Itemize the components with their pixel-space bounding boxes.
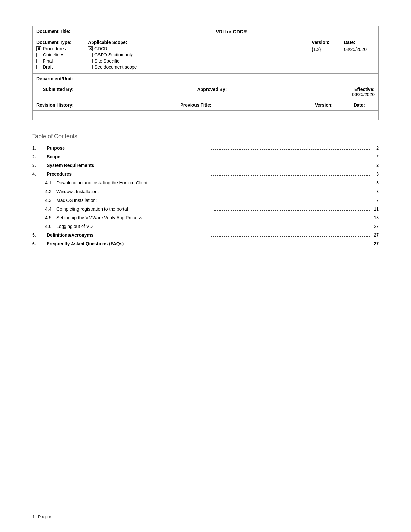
toc-label-1: Purpose <box>47 145 208 151</box>
final-checkbox <box>36 59 41 63</box>
procedures-item: ✖ Procedures <box>36 46 80 51</box>
toc-number-1: 1. <box>32 145 47 151</box>
date-value: 03/25/2020 <box>344 47 375 52</box>
version-col-label: Version: <box>308 100 340 111</box>
effective-cell: Effective: 03/25/2020 <box>340 84 379 100</box>
toc-label-6: Windows Installation: <box>56 189 213 194</box>
document-type-label: Document Type: <box>36 40 72 45</box>
toc-label-11: Definitions/Acronyms <box>47 232 208 238</box>
department-value <box>84 74 379 84</box>
footer-text: 1 | P a g e <box>32 514 51 519</box>
document-title-label: Document Title: <box>33 26 84 37</box>
see-document-item: See document scope <box>88 64 304 70</box>
toc-item-2: 2.Scope2 <box>32 154 379 159</box>
see-document-label: See document scope <box>94 64 137 70</box>
version-value: {1.2} <box>312 47 336 52</box>
toc-number-11: 5. <box>32 232 47 238</box>
toc-item-8: 4.4Completing registration to the portal… <box>32 206 379 212</box>
final-label: Final <box>43 58 53 64</box>
cdcr-checkbox: ✖ <box>88 46 93 51</box>
toc-page-10: 27 <box>372 224 379 229</box>
toc-page-7: 7 <box>372 198 379 203</box>
toc-page-1: 2 <box>372 145 379 151</box>
document-page: Document Title: VDI for CDCR Document Ty… <box>0 0 411 532</box>
draft-item: Draft <box>36 64 80 70</box>
toc-page-11: 27 <box>372 232 379 238</box>
approved-by-label: Approved By: <box>84 84 340 100</box>
revision-empty-4 <box>340 111 379 120</box>
toc-number-10: 4.6 <box>45 224 56 229</box>
revision-empty-3 <box>308 111 340 120</box>
guidelines-label: Guidelines <box>43 52 64 57</box>
revision-empty-2 <box>84 111 308 120</box>
applicable-scope-cell: Applicable Scope: ✖ CDCR CSFO Section on… <box>84 37 308 74</box>
toc-page-3: 2 <box>372 163 379 168</box>
title-row: Document Title: VDI for CDCR <box>33 26 379 37</box>
toc-page-9: 13 <box>372 215 379 220</box>
toc-label-4: Procedures <box>47 172 208 177</box>
previous-title-label: Previous Title: <box>84 100 308 111</box>
page-footer: 1 | P a g e <box>32 512 379 519</box>
toc-dots-3 <box>210 163 371 167</box>
toc-dots-11 <box>210 232 371 237</box>
toc-dots-9 <box>214 215 371 219</box>
toc-number-7: 4.3 <box>45 198 56 203</box>
toc-item-6: 4.2Windows Installation:3 <box>32 189 379 194</box>
guidelines-item: Guidelines <box>36 52 80 57</box>
revision-row: Revision History: Previous Title: Versio… <box>33 100 379 111</box>
department-row: Department/Unit: <box>33 74 379 84</box>
revision-empty-row <box>33 111 379 120</box>
toc-page-8: 11 <box>372 206 379 212</box>
toc-number-8: 4.4 <box>45 206 56 212</box>
toc-item-12: 6.Frequently Asked Questions (FAQs)27 <box>32 241 379 246</box>
site-specific-checkbox <box>88 59 93 63</box>
toc-label-8: Completing registration to the portal <box>56 206 213 212</box>
site-specific-label: Site Specific <box>94 58 119 64</box>
toc-number-6: 4.2 <box>45 189 56 194</box>
revision-history-label: Revision History: <box>33 100 84 111</box>
toc-item-11: 5.Definitions/Acronyms27 <box>32 232 379 238</box>
toc-item-7: 4.3Mac OS Installation:7 <box>32 197 379 203</box>
site-specific-item: Site Specific <box>88 58 304 64</box>
submitted-by-label: Submitted By: <box>33 84 84 100</box>
date-col-label: Date: <box>340 100 379 111</box>
toc-label-5: Downloading and Installing the Horizon C… <box>56 180 213 185</box>
toc-items-container: 1.Purpose22.Scope23.System Requirements2… <box>32 145 379 246</box>
effective-date: 03/25/2020 <box>344 92 375 97</box>
toc-title: Table of Contents <box>32 133 379 140</box>
toc-dots-4 <box>210 171 371 176</box>
effective-label: Effective: <box>344 87 375 92</box>
toc-number-5: 4.1 <box>45 180 56 185</box>
procedures-checkbox: ✖ <box>36 46 41 51</box>
toc-item-9: 4.5Setting up the VMWare Verify App Proc… <box>32 215 379 220</box>
draft-checkbox <box>36 65 41 69</box>
toc-page-5: 3 <box>372 180 379 185</box>
csfo-label: CSFO Section only <box>94 52 133 57</box>
document-type-items: ✖ Procedures Guidelines Final Draft <box>36 46 80 70</box>
toc-number-4: 4. <box>32 172 47 177</box>
toc-item-4: 4.Procedures3 <box>32 171 379 177</box>
version-label: Version: <box>312 40 329 45</box>
toc-dots-6 <box>214 189 371 193</box>
toc-label-7: Mac OS Installation: <box>56 198 213 203</box>
toc-item-5: 4.1Downloading and Installing the Horizo… <box>32 180 379 185</box>
toc-dots-8 <box>214 206 371 211</box>
submitted-approved-row: Submitted By: Approved By: Effective: 03… <box>33 84 379 100</box>
toc-number-2: 2. <box>32 154 47 159</box>
final-item: Final <box>36 58 80 64</box>
toc-label-10: Logging out of VDI <box>56 224 213 229</box>
toc-dots-10 <box>214 223 371 228</box>
procedures-label: Procedures <box>43 46 66 51</box>
toc-label-2: Scope <box>47 154 208 159</box>
csfo-item: CSFO Section only <box>88 52 304 57</box>
department-label: Department/Unit: <box>33 74 84 84</box>
toc-label-3: System Requirements <box>47 163 208 168</box>
toc-dots-12 <box>210 241 371 245</box>
toc-dots-5 <box>214 180 371 184</box>
draft-label: Draft <box>43 64 53 70</box>
toc-dots-1 <box>210 145 371 150</box>
document-type-cell: Document Type: ✖ Procedures Guidelines F… <box>33 37 84 74</box>
toc-dots-7 <box>214 197 371 202</box>
document-title-value: VDI for CDCR <box>84 26 379 37</box>
see-document-checkbox <box>88 65 93 69</box>
